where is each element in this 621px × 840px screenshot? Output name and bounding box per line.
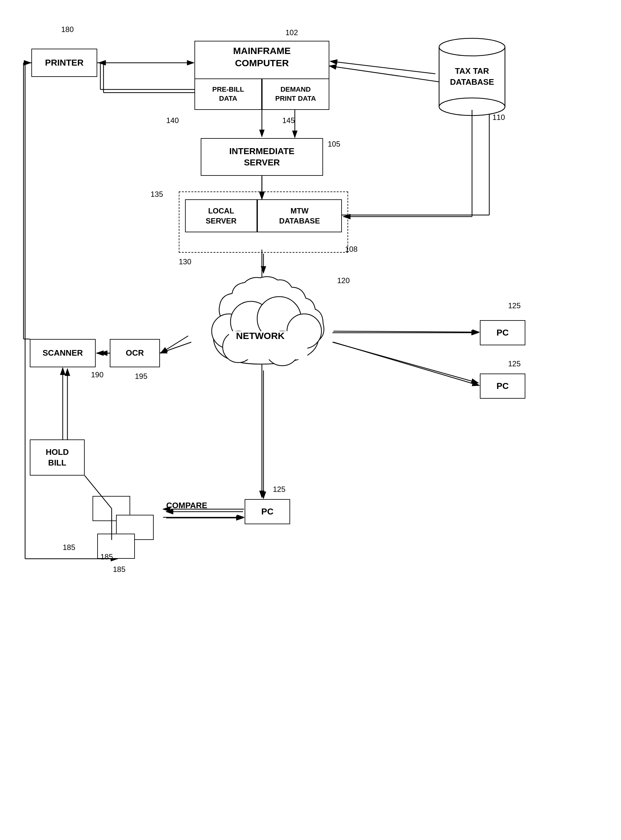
holdbill-label: HOLDBILL — [46, 447, 69, 468]
pc2-box: PC — [480, 374, 526, 399]
mtw-database-box: MTWDATABASE — [257, 199, 342, 232]
scanner-box: SCANNER — [30, 339, 95, 367]
ref-125-pc3: 125 — [273, 485, 285, 494]
ref-145: 145 — [282, 116, 295, 125]
ref-180: 180 — [61, 25, 74, 34]
ocr-label: OCR — [126, 348, 144, 358]
pc3-label: PC — [261, 506, 274, 517]
taxtar-cylinder: TAX TAR DATABASE — [436, 35, 508, 119]
ref-125-pc1: 125 — [508, 301, 521, 310]
svg-line-51 — [161, 336, 188, 353]
demandprint-box: DEMANDPRINT DATA — [262, 79, 329, 110]
ref-108: 108 — [345, 245, 357, 254]
svg-point-25 — [439, 38, 505, 56]
pc3-box: PC — [245, 499, 290, 524]
svg-line-9 — [332, 342, 478, 383]
svg-line-10 — [160, 342, 191, 353]
mtw-database-label: MTWDATABASE — [279, 206, 320, 225]
ocr-box: OCR — [110, 339, 160, 367]
ref-102: 102 — [285, 28, 298, 37]
ref-185-a: 185 — [63, 543, 75, 552]
ref-120: 120 — [337, 276, 350, 285]
svg-text:TAX TAR: TAX TAR — [455, 66, 489, 76]
svg-line-48 — [333, 331, 479, 332]
holdbill-box: HOLDBILL — [30, 439, 85, 475]
intermediate-server-box: INTERMEDIATESERVER — [201, 138, 323, 176]
printer-label: PRINTER — [45, 57, 84, 68]
ref-185-c: 185 — [113, 565, 126, 574]
mainframe-label: MAINFRAMECOMPUTER — [195, 44, 329, 69]
ref-105: 105 — [328, 140, 340, 149]
scanner-label: SCANNER — [42, 348, 83, 358]
pc1-label: PC — [497, 327, 509, 339]
prebill-box: PRE-BILLDATA — [194, 79, 262, 110]
ref-125-pc2: 125 — [508, 359, 521, 368]
svg-text:NETWORK: NETWORK — [236, 331, 285, 341]
svg-line-49 — [333, 342, 479, 386]
ref-135: 135 — [150, 190, 163, 199]
local-server-label: LOCALSERVER — [206, 206, 236, 225]
ref-110: 110 — [492, 113, 505, 122]
svg-line-40 — [330, 61, 435, 74]
demandprint-label: DEMANDPRINT DATA — [276, 85, 316, 103]
compare-label: COMPARE — [166, 501, 208, 510]
prebill-label: PRE-BILLDATA — [212, 85, 244, 103]
ref-140: 140 — [166, 116, 179, 125]
ref-185-b: 185 — [100, 553, 113, 561]
pc1-box: PC — [480, 320, 526, 345]
ref-190: 190 — [91, 371, 103, 379]
printer-box: PRINTER — [31, 49, 97, 77]
local-server-box: LOCALSERVER — [185, 199, 257, 232]
ref-130: 130 — [179, 257, 191, 266]
network-cloud: NETWORK — [188, 273, 332, 371]
svg-text:DATABASE: DATABASE — [450, 77, 494, 87]
svg-line-2 — [329, 66, 448, 83]
intermediate-label: INTERMEDIATESERVER — [229, 146, 294, 169]
ref-195: 195 — [135, 372, 147, 381]
pc2-label: PC — [497, 380, 509, 392]
